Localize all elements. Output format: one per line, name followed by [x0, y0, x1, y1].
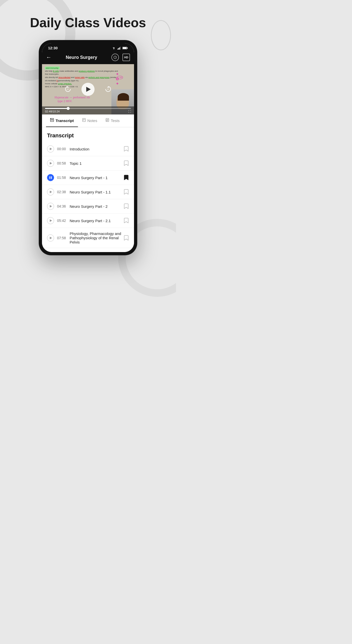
tests-tab-icon — [105, 118, 109, 123]
deco-stars: ✦✿✦ — [116, 72, 119, 86]
play-icon-topic1[interactable] — [47, 160, 54, 167]
svg-rect-3 — [119, 47, 120, 50]
transcript-item-active[interactable]: 01:58 Neuro Surgery Part - 1 — [42, 171, 134, 185]
page-title: Daily Class Videos — [30, 15, 146, 30]
transcript-area: Transcript 00:00 Introduction — [42, 127, 134, 252]
back-button[interactable]: ← — [46, 54, 52, 61]
transcript-title-2: Neuro Surgery Part - 1 — [70, 176, 123, 180]
status-bar: 12:30 — [42, 43, 134, 52]
bookmark-icon-2[interactable] — [123, 174, 129, 181]
play-icon-ns2[interactable] — [47, 203, 54, 210]
svg-rect-4 — [120, 47, 121, 49]
play-button[interactable] — [81, 83, 95, 96]
status-icons — [112, 47, 128, 50]
transcript-title-5: Neuro Surgery Part - 2.1 — [70, 219, 123, 223]
nav-bar: ← Neuro Surgery HD — [42, 52, 134, 64]
play-triangle-small — [50, 219, 52, 222]
play-icon-physio[interactable] — [47, 234, 54, 242]
transcript-time-4: 04:36 — [57, 204, 67, 208]
wifi-icon — [112, 47, 116, 50]
pause-icon — [50, 176, 52, 179]
transcript-title-1: Topic 1 — [70, 161, 123, 166]
transcript-time-5: 05:42 — [57, 219, 67, 223]
nav-icons: HD — [111, 54, 130, 61]
progress-area[interactable]: 02:48/10:24 ⛶ — [42, 106, 134, 114]
play-icon-ns21[interactable] — [47, 217, 54, 224]
svg-point-15 — [50, 118, 51, 119]
video-content: ated immunity: ells help B cells make an… — [42, 64, 134, 114]
notes-tab-icon — [82, 118, 86, 123]
svg-marker-9 — [115, 57, 116, 57]
play-icon-ns1[interactable] — [47, 174, 54, 181]
decorative-curve — [151, 20, 171, 50]
svg-point-0 — [114, 49, 114, 49]
pause-bar-left — [50, 176, 50, 179]
transcript-item[interactable]: 05:42 Neuro Surgery Part - 2.1 — [42, 214, 134, 228]
bookmark-icon-4[interactable] — [123, 203, 129, 210]
progress-time: 02:48/10:24 ⛶ — [45, 110, 131, 113]
transcript-title-0: Introduction — [70, 147, 123, 151]
transcript-item[interactable]: 07:58 Physiology, Pharmacology and Patho… — [42, 228, 134, 248]
rewind-button[interactable]: 10 — [64, 86, 71, 93]
transcript-tab-icon — [50, 118, 54, 123]
svg-rect-16 — [82, 118, 85, 122]
pause-bar-right — [51, 176, 52, 179]
tab-tests[interactable]: Tests — [101, 114, 124, 127]
current-time: 02:48/10:24 — [45, 110, 60, 113]
play-triangle-small — [50, 237, 52, 239]
phone-inner: 12:30 — [42, 43, 134, 252]
tab-transcript[interactable]: Transcript — [46, 114, 78, 127]
battery-icon — [122, 47, 128, 50]
tabs-bar: Transcript Notes — [42, 114, 134, 127]
transcript-title-3: Neuro Surgery Part - 1.1 — [70, 190, 123, 194]
nav-title: Neuro Surgery — [66, 55, 97, 60]
svg-rect-7 — [123, 47, 126, 49]
play-triangle-small — [50, 205, 52, 208]
progress-bar-track[interactable] — [45, 108, 131, 109]
signal-icon — [117, 47, 121, 50]
transcript-time-6: 07:58 — [57, 236, 67, 240]
transcript-item[interactable]: 04:36 Neuro Surgery Part - 2 — [42, 199, 134, 214]
transcript-time-1: 00:58 — [57, 161, 67, 165]
video-controls: 10 10 — [64, 83, 112, 96]
transcript-item[interactable]: 00:58 Topic 1 — [42, 156, 134, 171]
play-icon-introduction[interactable] — [47, 145, 54, 152]
play-triangle-small — [50, 162, 52, 165]
play-triangle-small — [50, 191, 52, 193]
transcript-time-0: 00:00 — [57, 147, 67, 151]
play-triangle-small — [50, 148, 52, 150]
bookmark-icon-5[interactable] — [123, 217, 129, 224]
transcript-title-4: Neuro Surgery Part - 2 — [70, 204, 123, 209]
play-triangle-icon — [86, 87, 91, 92]
bookmark-icon-6[interactable] — [123, 235, 129, 241]
svg-text:10: 10 — [67, 88, 69, 90]
phone-frame: 12:30 — [39, 40, 137, 255]
svg-rect-6 — [127, 48, 128, 48]
bookmark-icon-3[interactable] — [123, 189, 129, 195]
transcript-heading: Transcript — [42, 131, 134, 142]
handwriting-text: Hyperacute → preformed Ab type 2 HSV. — [55, 96, 90, 103]
tab-notes[interactable]: Notes — [78, 114, 101, 127]
play-icon-ns11[interactable] — [47, 188, 54, 195]
svg-rect-1 — [117, 49, 118, 49]
bookmark-icon-0[interactable] — [123, 146, 129, 152]
hd-icon[interactable]: HD — [122, 54, 130, 61]
transcript-time-2: 01:58 — [57, 176, 67, 180]
teacher-hair — [118, 93, 129, 101]
video-player: ated immunity: ells help B cells make an… — [42, 64, 134, 114]
fullscreen-icon[interactable]: ⛶ — [128, 110, 131, 113]
status-time: 12:30 — [48, 46, 58, 50]
notes-tab-label: Notes — [87, 118, 97, 123]
svg-text:10: 10 — [107, 88, 109, 90]
progress-bar-fill — [45, 108, 68, 109]
tests-tab-label: Tests — [111, 118, 120, 123]
transcript-item[interactable]: 00:00 Introduction — [42, 142, 134, 156]
transcript-item[interactable]: 02:38 Neuro Surgery Part - 1.1 — [42, 185, 134, 199]
progress-dot — [67, 107, 70, 110]
speed-icon[interactable] — [111, 54, 119, 61]
transcript-title-6: Physiology, Pharmacology and Pathophysio… — [70, 231, 123, 244]
transcript-tab-label: Transcript — [56, 118, 74, 123]
forward-button[interactable]: 10 — [105, 86, 112, 93]
svg-rect-2 — [118, 48, 119, 50]
bookmark-icon-1[interactable] — [123, 160, 129, 167]
